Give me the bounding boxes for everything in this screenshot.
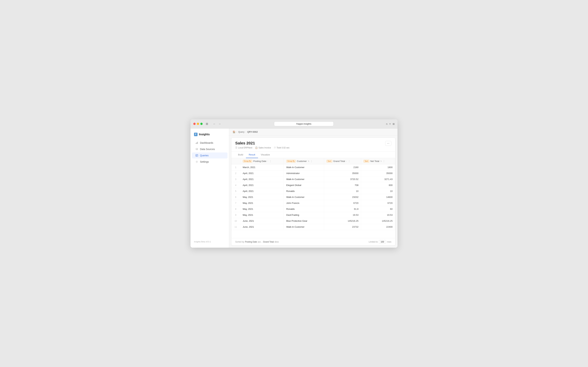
col-more-customer[interactable]: ⋮	[310, 160, 313, 162]
cell-posting-date: May, 2021	[240, 206, 284, 212]
sidebar-label-settings: Settings	[200, 160, 209, 163]
cell-customer: Walk-In Customer	[284, 164, 324, 170]
app-name: Insights	[199, 133, 210, 136]
tab-result[interactable]: Result	[246, 152, 258, 158]
forward-button[interactable]: →	[218, 122, 222, 126]
sidebar-version: Insights Beta v0.0.1	[190, 239, 229, 245]
sidebar-item-dashboards[interactable]: Dashboards	[192, 140, 228, 146]
sidebar-item-data-sources[interactable]: Data Sources	[192, 146, 228, 152]
sidebar-toggle-button[interactable]: ⊞	[205, 122, 209, 126]
cell-posting-date: April, 2021	[240, 170, 284, 176]
cell-grand-total: 61.8	[324, 206, 361, 212]
cell-posting-date: April, 2021	[240, 188, 284, 194]
browser-actions: ⎋ + ⊞	[386, 122, 395, 125]
cell-grand-total: 145216.25	[324, 218, 361, 224]
maximize-button[interactable]	[200, 123, 203, 125]
results-table: Group By Posting Date ↑ ⋮ Group By	[231, 158, 395, 230]
table-row: 3 April, 2021 Walk-In Customer 3720.52 3…	[231, 176, 395, 182]
address-bar	[224, 121, 384, 126]
sort-info: Sorted by Posting Date asc , Grand Total…	[235, 241, 279, 243]
breadcrumb-sep-1: ›	[237, 131, 237, 133]
svg-rect-0	[196, 143, 196, 144]
sort-col2: Grand Total	[263, 241, 274, 243]
url-input[interactable]	[274, 121, 334, 126]
table-row: 11 June, 2021 Walk-In Customer 23732 224…	[231, 224, 395, 230]
cell-net-total: 22400	[361, 224, 395, 230]
breadcrumb: 🏠 › Query › QRY-0002	[229, 128, 398, 135]
query-header: Sales 2021 🗄 Local ERPNext 📋 Sales Invoi…	[231, 138, 395, 152]
cell-net-total: 19.53	[361, 212, 395, 218]
database-icon	[196, 148, 198, 150]
sidebar-item-queries[interactable]: Queries	[192, 152, 228, 158]
table-body: 1 March, 2021 Walk-In Customer 2160 1800…	[231, 164, 395, 230]
browser-titlebar: ⊞ ← → ⎋ + ⊞	[190, 119, 398, 128]
cell-customer: Walk-In Customer	[284, 176, 324, 182]
cell-grand-total: 10	[324, 188, 361, 194]
cell-grand-total: 6720	[324, 200, 361, 206]
cell-posting-date: May, 2021	[240, 212, 284, 218]
new-tab-icon[interactable]: +	[389, 122, 391, 125]
col-more-net-total[interactable]: ⋮	[383, 160, 385, 162]
cell-posting-date: June, 2021	[240, 224, 284, 230]
cell-customer: John Francis	[284, 200, 324, 206]
table-row: 5 April, 2021 Ronalds 10 10	[231, 188, 395, 194]
cell-num: 5	[231, 188, 240, 194]
server-icon: 🗄	[235, 147, 237, 149]
sort-icon-net-total[interactable]: ⇅	[380, 160, 382, 162]
cell-grand-total: 35000	[324, 170, 361, 176]
sort-icon-customer[interactable]: ⇅	[308, 160, 309, 162]
sidebar: F Insights Dashboards	[190, 128, 229, 248]
meta-table: 📋 Sales Invoice	[255, 147, 271, 149]
cell-customer: Ronalds	[284, 188, 324, 194]
minimize-button[interactable]	[197, 123, 199, 125]
col-posting-date: Group By Posting Date ↑ ⋮	[240, 158, 284, 164]
clock-icon: ⏱	[274, 147, 276, 149]
col-customer: Group By Customer ⇅ ⋮	[284, 158, 324, 164]
table-row: 6 May, 2021 Walk-In Customer 15032 14600	[231, 194, 395, 200]
back-button[interactable]: ←	[212, 122, 216, 126]
cell-customer: Blue Protective Gear	[284, 218, 324, 224]
breadcrumb-query[interactable]: Query	[238, 131, 244, 133]
share-icon[interactable]: ⎋	[386, 123, 387, 125]
table-row: 8 May, 2021 Ronalds 61.8 60	[231, 206, 395, 212]
meta-timing: ⏱ Took 0.02 sec	[274, 147, 290, 149]
cell-net-total: 60	[361, 206, 395, 212]
cell-num: 8	[231, 206, 240, 212]
table-row: 2 April, 2021 Administrator 35000 35000	[231, 170, 395, 176]
svg-point-3	[196, 148, 198, 149]
cell-num: 3	[231, 176, 240, 182]
tab-build[interactable]: Build	[235, 152, 246, 158]
cell-num: 4	[231, 182, 240, 188]
col-more-posting-date[interactable]: ⋮	[269, 160, 272, 162]
sort-icon-grand-total[interactable]: ↓	[346, 160, 347, 162]
cell-num: 11	[231, 224, 240, 230]
sidebar-label-queries: Queries	[200, 154, 209, 157]
close-button[interactable]	[193, 123, 196, 125]
cell-grand-total: 23732	[324, 224, 361, 230]
query-title: Sales 2021	[235, 141, 290, 145]
limit-input[interactable]	[379, 240, 386, 244]
cell-posting-date: March, 2021	[240, 164, 284, 170]
bar-chart-icon	[196, 142, 198, 144]
cell-grand-total: 19.53	[324, 212, 361, 218]
table-row: 1 March, 2021 Walk-In Customer 2160 1800	[231, 164, 395, 170]
tab-visualize[interactable]: Visualize	[258, 152, 273, 158]
cell-customer: Administrator	[284, 170, 324, 176]
main-content: 🏠 › Query › QRY-0002 Sales 2021 🗄 Local …	[229, 128, 398, 248]
more-options-button[interactable]: ···	[385, 141, 391, 146]
cell-posting-date: May, 2021	[240, 194, 284, 200]
svg-rect-2	[197, 142, 198, 144]
sort-asc-icon[interactable]: ↑	[267, 160, 268, 162]
home-icon[interactable]: 🏠	[233, 131, 235, 133]
app-logo: F Insights	[190, 131, 229, 140]
sidebar-item-settings[interactable]: Settings	[192, 159, 228, 165]
cell-customer: Ronalds	[284, 206, 324, 212]
cell-posting-date: June, 2021	[240, 218, 284, 224]
browser-nav: ← →	[212, 122, 222, 126]
col-more-grand-total[interactable]: ⋮	[348, 160, 350, 162]
table-icon	[196, 154, 198, 157]
query-panel: Sales 2021 🗄 Local ERPNext 📋 Sales Invoi…	[231, 138, 395, 246]
grid-icon[interactable]: ⊞	[392, 123, 395, 125]
cell-grand-total: 708	[324, 182, 361, 188]
cell-num: 10	[231, 218, 240, 224]
